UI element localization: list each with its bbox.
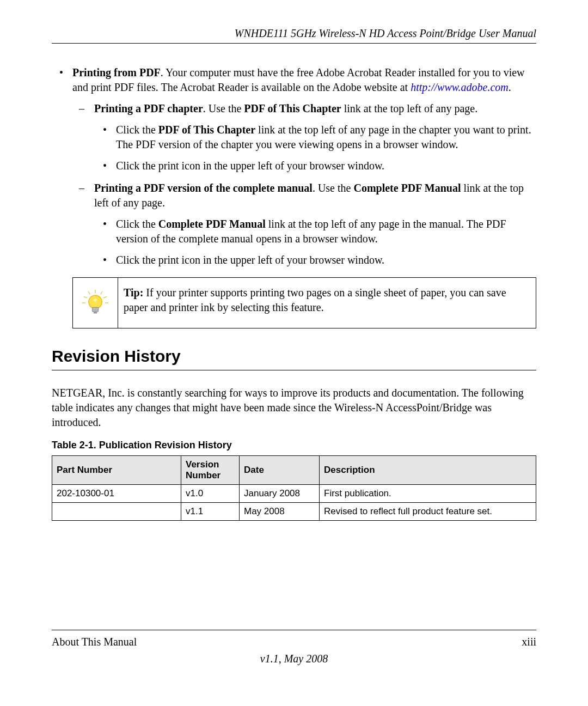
- revision-intro: NETGEAR, Inc. is constantly searching fo…: [52, 386, 536, 430]
- sub-lead-text: . Use the: [313, 182, 354, 194]
- section-heading-revision-history: Revision History: [52, 347, 536, 370]
- svg-rect-2: [94, 312, 97, 313]
- col-header-desc: Description: [320, 456, 536, 485]
- cell-version: v1.1: [181, 503, 240, 521]
- sub-lead-bold: Printing a PDF chapter: [94, 102, 203, 114]
- cell-date: January 2008: [240, 485, 320, 503]
- sub-lead-bold2: PDF of This Chapter: [244, 102, 341, 114]
- tip-label: Tip:: [124, 287, 143, 299]
- period: .: [509, 81, 511, 93]
- footer-version: v1.1, May 2008: [52, 653, 536, 665]
- sub-lead-bold: Printing a PDF version of the complete m…: [94, 182, 313, 194]
- step-click-print-2: Click the print icon in the upper left o…: [116, 253, 536, 267]
- col-header-version: Version Number: [181, 456, 240, 485]
- step-text-bold: Complete PDF Manual: [158, 218, 266, 230]
- top-level-bullets: Printing from PDF. Your computer must ha…: [52, 65, 536, 267]
- sub-bullets: Printing a PDF chapter. Use the PDF of T…: [72, 101, 536, 267]
- step-click-print-1: Click the print icon in the upper left o…: [116, 159, 536, 173]
- tip-icon-cell: [73, 278, 118, 328]
- cell-date: May 2008: [240, 503, 320, 521]
- tip-box: Tip: If your printer supports printing t…: [72, 277, 536, 328]
- cell-desc: Revised to reflect full product feature …: [320, 503, 536, 521]
- bullet-printing-from-pdf: Printing from PDF. Your computer must ha…: [72, 65, 536, 267]
- bullet-lead-bold: Printing from PDF: [72, 66, 161, 78]
- revision-history-table: Part Number Version Number Date Descript…: [52, 455, 536, 521]
- tip-body: If your printer supports printing two pa…: [124, 287, 506, 313]
- step-text-pre: Click the: [116, 124, 158, 136]
- cell-desc: First publication.: [320, 485, 536, 503]
- step-text-bold: PDF of This Chapter: [158, 124, 255, 136]
- table-caption: Table 2-1. Publication Revision History: [52, 440, 536, 451]
- table-row: 202-10300-01 v1.0 January 2008 First pub…: [52, 485, 536, 503]
- sub-lead-text2: link at the top left of any page.: [341, 102, 477, 114]
- footer-right: xiii: [522, 636, 536, 648]
- sub-sub-bullets: Click the Complete PDF Manual link at th…: [94, 217, 536, 267]
- cell-version: v1.0: [181, 485, 240, 503]
- step-click-complete-pdf-link: Click the Complete PDF Manual link at th…: [116, 217, 536, 246]
- cell-part: [52, 503, 181, 521]
- table-row: v1.1 May 2008 Revised to reflect full pr…: [52, 503, 536, 521]
- adobe-link[interactable]: http://www.adobe.com: [411, 81, 509, 93]
- sub-lead-bold2: Complete PDF Manual: [353, 182, 461, 194]
- step-click-pdf-chapter-link: Click the PDF of This Chapter link at th…: [116, 123, 536, 152]
- table-header-row: Part Number Version Number Date Descript…: [52, 456, 536, 485]
- lightbulb-icon: [81, 289, 109, 317]
- sub-sub-bullets: Click the PDF of This Chapter link at th…: [94, 123, 536, 173]
- page-footer: About This Manual xiii: [52, 630, 536, 648]
- sub-lead-text: . Use the: [203, 102, 244, 114]
- tip-text: Tip: If your printer supports printing t…: [118, 278, 536, 328]
- footer-left: About This Manual: [52, 636, 137, 648]
- document-page: WNHDE111 5GHz Wireless-N HD Access Point…: [0, 0, 588, 706]
- running-header: WNHDE111 5GHz Wireless-N HD Access Point…: [52, 27, 536, 44]
- sub-bullet-pdf-complete: Printing a PDF version of the complete m…: [94, 181, 536, 267]
- col-header-part: Part Number: [52, 456, 181, 485]
- cell-part: 202-10300-01: [52, 485, 181, 503]
- col-header-date: Date: [240, 456, 320, 485]
- sub-bullet-pdf-chapter: Printing a PDF chapter. Use the PDF of T…: [94, 101, 536, 173]
- svg-rect-1: [92, 307, 98, 312]
- step-text-pre: Click the: [116, 218, 158, 230]
